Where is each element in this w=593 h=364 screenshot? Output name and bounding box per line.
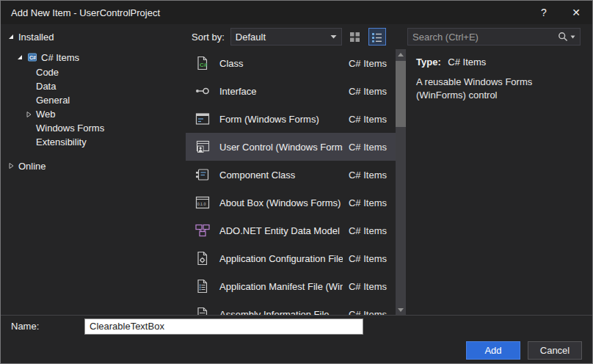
template-item-about-box[interactable]: 0.1.0 About Box (Windows Forms) C# Items: [186, 189, 396, 216]
sort-dropdown-value: Default: [236, 32, 330, 43]
template-description: A reusable Windows Forms (WinForms) cont…: [416, 76, 581, 102]
cancel-button[interactable]: Cancel: [528, 341, 582, 360]
collapsed-arrow-icon[interactable]: [7, 162, 15, 170]
tree-item-label: Extensibility: [36, 136, 87, 148]
help-button[interactable]: ?: [528, 1, 560, 24]
tree-item-windows-forms[interactable]: Windows Forms: [1, 121, 186, 135]
class-icon: C#: [192, 54, 214, 72]
interface-icon: [192, 82, 214, 100]
entity-data-model-icon: [192, 222, 214, 239]
tree-item-label: C# Items: [41, 52, 79, 63]
template-item-user-control[interactable]: User Control (Windows Forms) C# Items: [186, 133, 396, 161]
template-category: C# Items: [343, 197, 387, 208]
body-row: C# Class C# Items: [186, 49, 592, 315]
template-item-app-configuration-file[interactable]: Application Configuration File C# Items: [186, 244, 396, 272]
template-name: Interface: [214, 86, 343, 97]
template-item-class[interactable]: C# Class C# Items: [186, 49, 396, 77]
template-category: C# Items: [343, 114, 387, 125]
search-icon[interactable]: [558, 32, 568, 42]
template-category: C# Items: [343, 281, 387, 292]
manifest-file-icon: [192, 277, 214, 295]
tree-item-csharp-items[interactable]: C# C# Items: [1, 49, 186, 65]
tree-item-general[interactable]: General: [1, 93, 186, 107]
name-input[interactable]: [84, 318, 363, 335]
search-box: [407, 28, 581, 46]
list-view-button[interactable]: [368, 28, 386, 46]
collapsed-arrow-icon[interactable]: [24, 111, 33, 118]
template-item-app-manifest-file[interactable]: Application Manifest File (Win... C# Ite…: [186, 272, 396, 300]
tree-item-data[interactable]: Data: [1, 79, 186, 93]
close-button[interactable]: ✕: [560, 1, 592, 24]
template-info-panel: Type: C# Items A reusable Windows Forms …: [406, 49, 592, 315]
template-name: Component Class: [214, 170, 343, 181]
template-category: C# Items: [343, 253, 387, 264]
tree-item-label: Installed: [18, 32, 54, 43]
dialog-content: Installed C# C# Items Code Data: [1, 24, 592, 315]
template-item-ado-net-entity-data-model[interactable]: ADO.NET Entity Data Model C# Items: [186, 216, 396, 244]
scrollbar-thumb[interactable]: [396, 61, 406, 127]
type-value: C# Items: [448, 57, 486, 68]
add-button[interactable]: Add: [466, 341, 520, 360]
user-control-icon: [192, 138, 214, 156]
category-tree: Installed C# C# Items Code Data: [1, 24, 186, 315]
csharp-items-icon: C#: [27, 52, 37, 62]
expanded-arrow-icon[interactable]: [7, 33, 15, 40]
template-category: C# Items: [343, 58, 387, 69]
svg-text:C#: C#: [29, 55, 36, 60]
template-name: About Box (Windows Forms): [214, 197, 343, 208]
template-name: Assembly Information File: [214, 309, 343, 316]
list-view-icon: [371, 32, 382, 43]
assembly-information-file-icon: C#: [192, 305, 214, 315]
configuration-file-icon: [192, 250, 214, 267]
about-box-icon: 0.1.0: [192, 194, 214, 211]
template-name: Class: [214, 58, 343, 69]
toolbar: Sort by: Default: [186, 24, 592, 49]
template-item-interface[interactable]: Interface C# Items: [186, 77, 396, 105]
template-item-form[interactable]: Form (Windows Forms) C# Items: [186, 105, 396, 133]
tree-item-web[interactable]: Web: [1, 107, 186, 121]
type-label: Type:: [416, 57, 441, 68]
scroll-up-arrow-icon[interactable]: [396, 49, 406, 59]
template-name: ADO.NET Entity Data Model: [214, 225, 343, 236]
tree-item-code[interactable]: Code: [1, 65, 186, 79]
tree-item-extensibility[interactable]: Extensibility: [1, 135, 186, 149]
tree-item-label: Windows Forms: [36, 123, 104, 134]
template-category: C# Items: [343, 309, 387, 316]
tree-item-installed[interactable]: Installed: [1, 29, 186, 45]
template-name: Form (Windows Forms): [214, 114, 343, 125]
scrollbar-track[interactable]: [396, 59, 406, 305]
tree-item-label: Web: [36, 109, 56, 120]
template-category: C# Items: [343, 142, 387, 153]
svg-text:0.1.0: 0.1.0: [197, 202, 206, 206]
grid-view-icon: [349, 32, 360, 43]
template-name: User Control (Windows Forms): [214, 142, 343, 153]
template-name: Application Manifest File (Win...: [214, 281, 343, 292]
template-category: C# Items: [343, 86, 387, 97]
window-title: Add New Item - UserControlProject: [1, 7, 528, 18]
tree-item-label: General: [36, 95, 70, 106]
small-icons-view-button[interactable]: [346, 28, 364, 46]
svg-text:C#: C#: [200, 62, 208, 68]
tree-item-label: Code: [36, 67, 59, 78]
component-class-icon: [192, 166, 214, 183]
name-label: Name:: [1, 321, 84, 332]
template-category: C# Items: [343, 170, 387, 181]
template-item-component-class[interactable]: Component Class C# Items: [186, 161, 396, 189]
chevron-down-icon: [330, 34, 337, 39]
template-category: C# Items: [343, 225, 387, 236]
search-dropdown-chevron-icon[interactable]: [570, 35, 575, 39]
titlebar: Add New Item - UserControlProject ? ✕: [1, 1, 592, 24]
tree-item-label: Data: [36, 81, 56, 92]
template-name: Application Configuration File: [214, 253, 343, 264]
form-icon: [192, 110, 214, 128]
expanded-arrow-icon[interactable]: [15, 54, 24, 61]
template-list: C# Class C# Items: [186, 49, 396, 315]
template-item-assembly-information-file[interactable]: C# Assembly Information File C# Items: [186, 300, 396, 315]
tree-item-online[interactable]: Online: [1, 158, 186, 174]
tree-item-label: Online: [18, 161, 46, 172]
search-input[interactable]: [412, 32, 558, 43]
sort-dropdown[interactable]: Default: [230, 28, 342, 46]
scroll-down-arrow-icon[interactable]: [396, 305, 406, 315]
list-scrollbar[interactable]: [396, 49, 406, 315]
sort-by-label: Sort by:: [192, 32, 225, 43]
